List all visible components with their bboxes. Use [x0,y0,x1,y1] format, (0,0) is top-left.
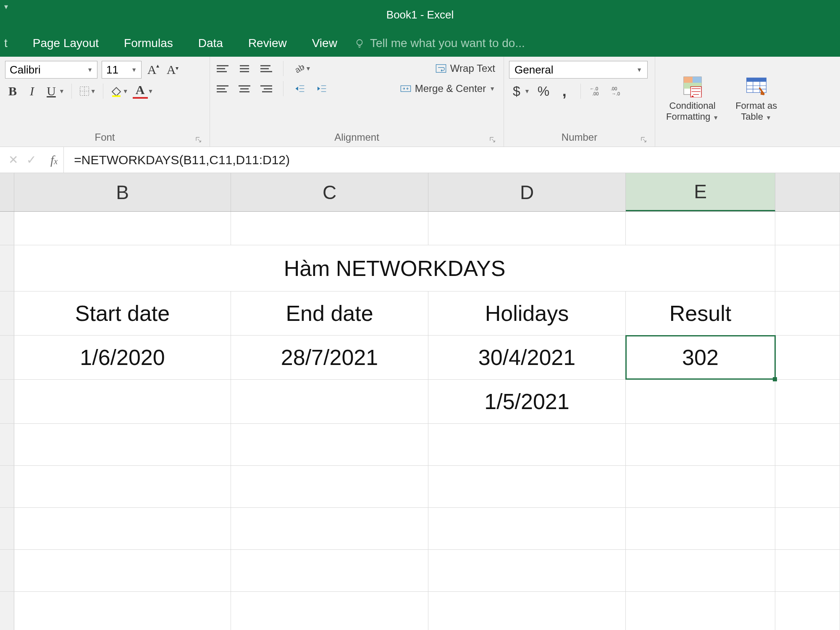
row-header[interactable] [0,291,14,335]
cell[interactable] [231,424,428,465]
increase-font-size-button[interactable]: A▴ [146,62,161,77]
cell[interactable] [775,245,840,291]
tab-review[interactable]: Review [236,29,299,57]
cell[interactable] [231,550,428,591]
cell[interactable] [775,424,840,465]
cell[interactable] [775,592,840,630]
cell[interactable] [231,592,428,630]
cell-header-start-date[interactable]: Start date [14,291,231,335]
orientation-button[interactable]: ab ▼ [293,62,311,75]
cell[interactable] [428,508,626,549]
row-header[interactable] [0,466,14,507]
row-header[interactable] [0,424,14,465]
cell-header-result[interactable]: Result [626,291,775,335]
cell-e11-selected[interactable]: 302 [626,336,775,379]
cell[interactable] [626,466,775,507]
tab-formulas[interactable]: Formulas [111,29,186,57]
cell[interactable] [428,424,626,465]
font-name-selector[interactable]: Calibri ▼ [5,61,97,79]
conditional-formatting-button[interactable]: Conditional Formatting ▼ [660,61,724,132]
tab-data[interactable]: Data [186,29,236,57]
cell[interactable] [231,212,428,245]
row-header[interactable] [0,212,14,245]
cell[interactable] [626,424,775,465]
select-all-corner[interactable] [0,173,14,211]
column-header-e[interactable]: E [626,173,775,211]
decrease-decimal-button[interactable]: .00→.0 [610,84,625,99]
decrease-font-size-button[interactable]: A▾ [165,62,180,77]
cell[interactable] [428,550,626,591]
cell[interactable] [775,336,840,379]
cell[interactable] [14,550,231,591]
accounting-format-button[interactable]: $ ▼ [509,84,530,99]
cell-c11[interactable]: 28/7/2021 [231,336,428,379]
dialog-launcher-icon[interactable] [489,136,496,143]
row-header[interactable] [0,336,14,379]
row-header[interactable] [0,550,14,591]
cell[interactable] [775,466,840,507]
cell[interactable] [775,508,840,549]
row-header[interactable] [0,508,14,549]
cancel-formula-button[interactable]: ✕ [8,153,18,167]
font-color-button[interactable]: A ▼ [133,84,154,99]
wrap-text-button[interactable]: Wrap Text [432,61,499,76]
align-top-button[interactable] [215,61,230,76]
cell[interactable] [775,212,840,245]
cell[interactable] [775,291,840,335]
cell[interactable] [428,212,626,245]
align-right-button[interactable] [259,81,274,96]
increase-indent-button[interactable] [315,81,330,96]
formula-input[interactable]: =NETWORKDAYS(B11,C11,D11:D12) [63,147,840,173]
cell[interactable] [14,466,231,507]
cell[interactable] [14,380,231,423]
fill-color-button[interactable]: ▼ [110,85,129,97]
cell[interactable] [14,424,231,465]
cell-header-holidays[interactable]: Holidays [428,291,626,335]
cell[interactable] [428,592,626,630]
align-left-button[interactable] [215,81,230,96]
decrease-indent-button[interactable] [293,81,308,96]
tab-view[interactable]: View [299,29,350,57]
cell[interactable] [14,508,231,549]
cell[interactable] [775,380,840,423]
comma-style-button[interactable]: , [557,84,572,99]
cell[interactable] [14,592,231,630]
increase-decimal-button[interactable]: ←.0.00 [589,84,604,99]
align-bottom-button[interactable] [259,61,274,76]
cell[interactable] [231,466,428,507]
dialog-launcher-icon[interactable] [640,136,647,143]
cell-d12[interactable]: 1/5/2021 [428,380,626,423]
font-size-selector[interactable]: 11 ▼ [102,61,142,79]
column-header-d[interactable]: D [428,173,626,211]
cell[interactable] [231,380,428,423]
merge-center-button[interactable]: Merge & Center ▼ [396,81,499,96]
column-header-b[interactable]: B [14,173,231,211]
row-header[interactable] [0,592,14,630]
tell-me-search[interactable]: Tell me what you want to do... [354,37,525,50]
cell[interactable] [626,380,775,423]
cell[interactable] [626,212,775,245]
cell[interactable] [231,508,428,549]
cell-title[interactable]: Hàm NETWORKDAYS [14,245,775,291]
fill-handle[interactable] [773,377,777,381]
cell-b11[interactable]: 1/6/2020 [14,336,231,379]
insert-function-button[interactable]: fx [45,153,63,167]
percent-button[interactable]: % [536,84,551,99]
cell-d11[interactable]: 30/4/2021 [428,336,626,379]
cell[interactable] [14,212,231,245]
underline-button[interactable]: U ▼ [44,84,65,99]
cell[interactable] [428,466,626,507]
cell[interactable] [626,592,775,630]
tab-truncated[interactable]: t [0,29,20,57]
italic-button[interactable]: I [24,84,39,99]
column-header-c[interactable]: C [231,173,428,211]
cell-header-end-date[interactable]: End date [231,291,428,335]
row-header[interactable] [0,380,14,423]
column-header-next[interactable] [775,173,840,211]
bold-button[interactable]: B [5,84,20,99]
align-center-button[interactable] [237,81,252,96]
tab-page-layout[interactable]: Page Layout [20,29,111,57]
format-as-table-button[interactable]: Format as Table ▼ [730,61,783,132]
worksheet[interactable]: B C D E Hàm NETWORKDAYS Start date End d… [0,173,840,630]
row-header[interactable] [0,245,14,291]
